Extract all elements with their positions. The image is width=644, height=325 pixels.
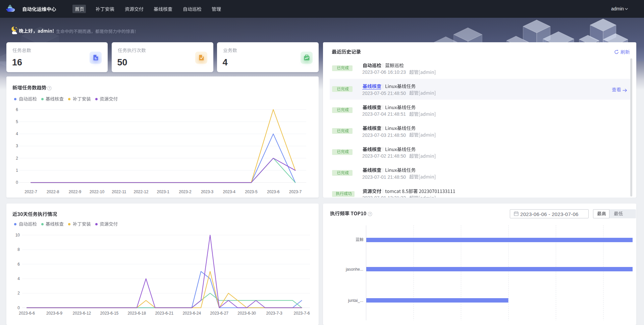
svg-text:2023-6-24: 2023-6-24 xyxy=(182,311,201,316)
svg-text:2022-7: 2022-7 xyxy=(24,189,37,194)
svg-text:2023-7-3: 2023-7-3 xyxy=(266,311,282,316)
svg-text:2023-1: 2023-1 xyxy=(157,189,170,194)
svg-text:2023-5: 2023-5 xyxy=(245,189,258,194)
svg-text:2023-6-9: 2023-6-9 xyxy=(46,311,62,316)
svg-text:2: 2 xyxy=(16,156,18,161)
svg-text:2023-4: 2023-4 xyxy=(223,189,236,194)
svg-text:2023-7: 2023-7 xyxy=(289,189,302,194)
svg-text:2023-6-21: 2023-6-21 xyxy=(155,311,173,316)
svg-text:2022-11: 2022-11 xyxy=(112,189,126,194)
svg-text:6: 6 xyxy=(17,262,20,267)
svg-text:2023-6-27: 2023-6-27 xyxy=(210,311,228,316)
svg-text:2: 2 xyxy=(17,291,20,295)
svg-text:4: 4 xyxy=(16,131,18,136)
svg-text:2023-6-6: 2023-6-6 xyxy=(19,311,35,316)
svg-text:2023-6-18: 2023-6-18 xyxy=(127,311,146,316)
svg-text:10: 10 xyxy=(15,233,20,237)
svg-text:3: 3 xyxy=(16,144,18,148)
svg-text:2022-8: 2022-8 xyxy=(47,189,59,194)
svg-text:4: 4 xyxy=(17,276,20,281)
svg-text:2022-9: 2022-9 xyxy=(69,189,82,194)
svg-text:5: 5 xyxy=(16,119,18,124)
svg-text:2022-10: 2022-10 xyxy=(90,189,104,194)
svg-text:2023-7-6: 2023-7-6 xyxy=(294,311,310,316)
svg-text:2023-2: 2023-2 xyxy=(179,189,192,194)
svg-text:2022-12: 2022-12 xyxy=(133,189,148,194)
svg-text:8: 8 xyxy=(17,247,20,252)
svg-text:2023-6-12: 2023-6-12 xyxy=(73,311,91,316)
svg-text:6: 6 xyxy=(16,107,18,112)
svg-text:1: 1 xyxy=(16,168,18,173)
svg-text:0: 0 xyxy=(17,306,20,310)
svg-text:2023-6: 2023-6 xyxy=(267,189,280,194)
svg-text:2023-6-30: 2023-6-30 xyxy=(237,311,256,316)
svg-text:2023-6-15: 2023-6-15 xyxy=(100,311,119,316)
svg-text:0: 0 xyxy=(16,180,18,185)
svg-text:2023-3: 2023-3 xyxy=(201,189,214,194)
